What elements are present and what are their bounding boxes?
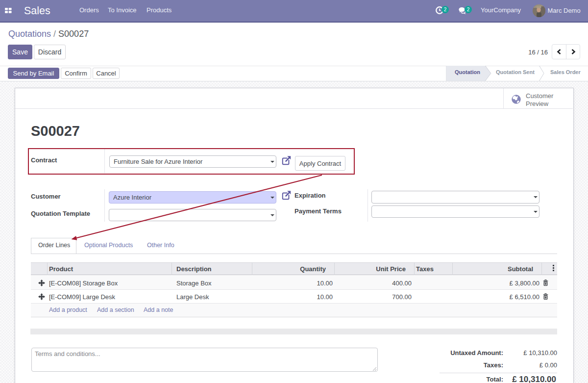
svg-text:Sales Order: Sales Order (550, 69, 581, 75)
svg-text:Quotation Sent: Quotation Sent (496, 69, 535, 75)
svg-text:Quotation: Quotation (455, 69, 480, 75)
